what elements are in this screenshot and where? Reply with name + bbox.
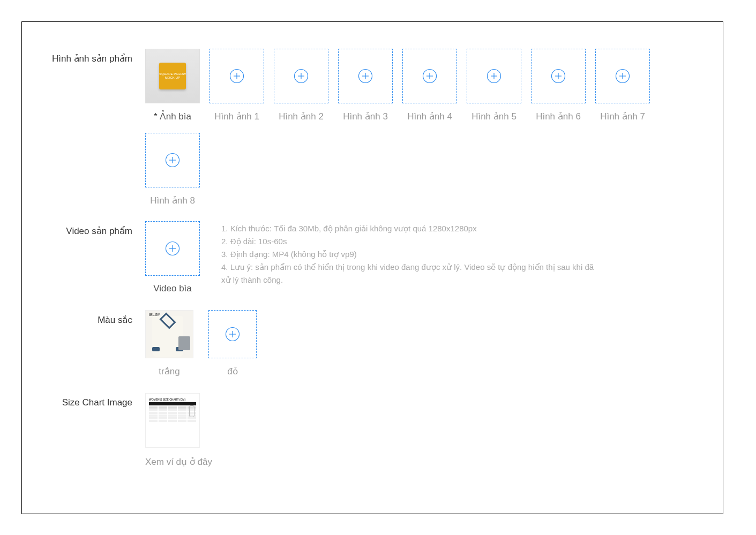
color-red-upload[interactable] xyxy=(208,310,257,358)
size-chart-example-link[interactable]: Xem ví dụ ở đây xyxy=(145,456,212,468)
figure-icon xyxy=(188,405,196,417)
image-upload-slot-2[interactable] xyxy=(274,49,328,103)
image-slot-3-caption: Hình ảnh 3 xyxy=(343,111,388,122)
plus-icon xyxy=(294,69,309,84)
video-slot-caption: Video bìa xyxy=(153,283,192,294)
cover-image-tile[interactable]: SQUARE PILLOW MOCK-UP xyxy=(145,49,200,103)
image-slot-7-caption: Hình ảnh 7 xyxy=(600,111,645,122)
size-chart-section-label: Size Chart Image xyxy=(38,393,145,468)
image-upload-slot-1[interactable] xyxy=(209,49,264,103)
pillow-mock-icon: SQUARE PILLOW MOCK-UP xyxy=(159,63,186,89)
plus-icon xyxy=(551,69,566,84)
color-section-label: Màu sắc xyxy=(38,310,145,377)
color-red-label: đỏ xyxy=(227,366,237,377)
plus-icon xyxy=(165,153,180,168)
image-upload-slot-4[interactable] xyxy=(402,49,457,103)
product-media-panel: Hình ảnh sản phẩm SQUARE PILLOW MOCK-UP … xyxy=(21,21,723,514)
cover-image-thumbnail: SQUARE PILLOW MOCK-UP xyxy=(146,49,199,103)
plus-icon xyxy=(358,69,373,84)
image-slot-1-caption: Hình ảnh 1 xyxy=(214,111,259,122)
plus-icon xyxy=(422,69,437,84)
image-slot-4-caption: Hình ảnh 4 xyxy=(407,111,452,122)
image-upload-slot-7[interactable] xyxy=(595,49,650,103)
plus-icon xyxy=(165,241,180,256)
image-slot-8-caption: Hình ảnh 8 xyxy=(150,195,195,206)
product-images-row: Hình ảnh sản phẩm SQUARE PILLOW MOCK-UP … xyxy=(38,49,707,206)
video-requirements-text: 1. Kích thước: Tối đa 30Mb, độ phân giải… xyxy=(221,221,596,287)
size-chart-inner-title: WOMEN'S SIZE CHART (CM) xyxy=(149,398,196,401)
plus-icon xyxy=(486,69,501,84)
image-slot-5-caption: Hình ảnh 5 xyxy=(471,111,517,122)
image-upload-slot-5[interactable] xyxy=(467,49,521,103)
video-section-label: Video sản phẩm xyxy=(38,221,145,294)
color-white-tile[interactable]: IELGY xyxy=(145,310,193,358)
plus-icon xyxy=(225,327,240,342)
video-upload-slot[interactable] xyxy=(145,221,200,276)
color-white-label: trắng xyxy=(159,366,179,377)
size-chart-row: Size Chart Image WOMEN'S SIZE CHART (CM)… xyxy=(38,393,707,468)
images-section-label: Hình ảnh sản phẩm xyxy=(38,49,145,206)
size-chart-example-tile[interactable]: WOMEN'S SIZE CHART (CM) xyxy=(145,393,200,448)
image-upload-slot-3[interactable] xyxy=(338,49,393,103)
image-slot-6-caption: Hình ảnh 6 xyxy=(536,111,581,122)
cover-image-caption: *Ảnh bìa xyxy=(154,111,191,122)
image-upload-slot-8[interactable] xyxy=(145,133,200,187)
plus-icon xyxy=(229,69,244,84)
image-slot-2-caption: Hình ảnh 2 xyxy=(279,111,324,122)
color-row: Màu sắc IELGY trắng xyxy=(38,310,707,377)
plus-icon xyxy=(615,69,630,84)
product-video-row: Video sản phẩm Video bìa 1. Kích thước: … xyxy=(38,221,707,294)
image-upload-slot-6[interactable] xyxy=(531,49,586,103)
